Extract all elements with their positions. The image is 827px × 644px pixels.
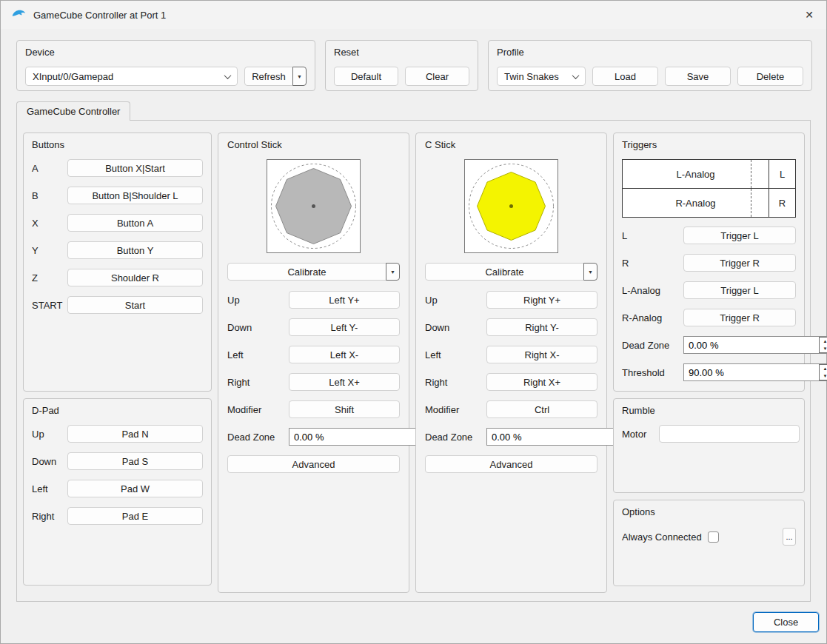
control-stick-advanced-button[interactable]: Advanced xyxy=(227,455,400,473)
refresh-button[interactable]: Refresh xyxy=(244,67,293,86)
triggers-row-l: L Trigger L xyxy=(622,227,796,244)
buttons-a-mapping-button[interactable]: Button X|Start xyxy=(67,159,203,177)
buttons-x-mapping-button[interactable]: Button A xyxy=(67,214,203,232)
always-connected-options-button[interactable]: ... xyxy=(783,528,796,546)
rumble-group-title: Rumble xyxy=(622,405,796,416)
triggers-r-analog-label: R-Analog xyxy=(622,312,683,323)
device-group: Device XInput/0/Gamepad Refresh ▼ xyxy=(16,40,315,91)
buttons-row-x: X Button A xyxy=(32,214,203,232)
c-stick-row-right: Right Right X+ xyxy=(425,373,597,391)
triggers-threshold-input[interactable] xyxy=(684,367,819,378)
save-button[interactable]: Save xyxy=(665,67,731,86)
c-stick-up-mapping-button[interactable]: Right Y+ xyxy=(486,291,597,309)
default-button[interactable]: Default xyxy=(334,67,398,86)
c-stick-calibrate-dropdown-button[interactable]: ▼ xyxy=(583,263,597,281)
triggers-deadzone-label: Dead Zone xyxy=(622,340,683,351)
control-stick-calibrate-split: Calibrate ▼ xyxy=(227,263,400,282)
control-stick-modifier-mapping-button[interactable]: Shift xyxy=(289,400,400,418)
control-stick-calibrate-dropdown-button[interactable]: ▼ xyxy=(386,263,400,281)
dpad-up-mapping-button[interactable]: Pad N xyxy=(67,425,203,443)
dpad-left-mapping-button[interactable]: Pad W xyxy=(67,480,203,497)
c-stick-left-mapping-button[interactable]: Right X- xyxy=(486,346,597,363)
clear-button[interactable]: Clear xyxy=(405,67,469,86)
c-stick-deadzone-input[interactable] xyxy=(487,432,622,443)
reset-group-title: Reset xyxy=(334,47,469,58)
c-stick-down-label: Down xyxy=(425,322,486,333)
c-stick-down-mapping-button[interactable]: Right Y- xyxy=(486,318,597,336)
buttons-z-mapping-button[interactable]: Shoulder R xyxy=(67,269,203,286)
control-stick-up-mapping-button[interactable]: Left Y+ xyxy=(289,291,400,309)
dpad-left-label: Left xyxy=(32,483,67,494)
c-stick-modifier-mapping-button[interactable]: Ctrl xyxy=(486,400,597,418)
window-close-button[interactable]: ✕ xyxy=(792,1,826,29)
control-stick-row-left: Left Left X- xyxy=(227,346,400,363)
c-stick-calibrate-button[interactable]: Calibrate xyxy=(425,263,584,281)
refresh-dropdown-button[interactable]: ▼ xyxy=(292,67,307,86)
close-button[interactable]: Close xyxy=(753,612,819,632)
control-stick-group-title: Control Stick xyxy=(227,139,400,150)
c-stick-calibrate-split: Calibrate ▼ xyxy=(425,263,597,282)
refresh-split-button: Refresh ▼ xyxy=(244,67,307,86)
buttons-y-mapping-button[interactable]: Button Y xyxy=(67,241,203,259)
reset-group: Reset Default Clear xyxy=(325,40,478,91)
control-stick-deadzone-label: Dead Zone xyxy=(227,432,289,443)
buttons-row-z: Z Shoulder R xyxy=(32,269,203,286)
tab-gamecube-controller[interactable]: GameCube Controller xyxy=(16,101,130,121)
close-icon: ✕ xyxy=(805,9,814,21)
c-stick-advanced-button[interactable]: Advanced xyxy=(425,455,597,473)
dpad-down-mapping-button[interactable]: Pad S xyxy=(67,452,203,470)
spin-up-icon[interactable]: ▲ xyxy=(820,338,827,345)
dpad-row-up: Up Pad N xyxy=(32,425,203,443)
control-stick-left-label: Left xyxy=(227,349,289,360)
triggers-deadzone-spin-buttons: ▲ ▼ xyxy=(819,337,827,353)
trigger-l-analog-bar: L-Analog xyxy=(623,160,769,188)
rumble-motor-input[interactable] xyxy=(659,425,800,443)
load-button[interactable]: Load xyxy=(592,67,658,86)
trigger-r-analog-bar-label: R-Analog xyxy=(675,198,715,209)
delete-button[interactable]: Delete xyxy=(737,67,803,86)
triggers-r-analog-mapping-button[interactable]: Trigger R xyxy=(683,309,796,326)
trigger-r-digital-cell: R xyxy=(769,189,795,217)
device-select[interactable]: XInput/0/Gamepad xyxy=(25,67,238,86)
dolphin-logo-icon xyxy=(11,7,26,22)
control-stick-down-mapping-button[interactable]: Left Y- xyxy=(289,318,400,336)
triggers-l-label: L xyxy=(622,230,683,241)
triggers-r-mapping-button[interactable]: Trigger R xyxy=(683,254,796,272)
always-connected-label: Always Connected xyxy=(622,531,702,543)
control-stick-right-mapping-button[interactable]: Left X+ xyxy=(289,373,400,391)
c-stick-group: C Stick Calibrate ▼ Up Right Y+ xyxy=(415,133,607,593)
options-group: Options Always Connected ... xyxy=(613,500,805,586)
always-connected-checkbox[interactable] xyxy=(708,531,719,543)
dpad-right-mapping-button[interactable]: Pad E xyxy=(67,507,203,525)
control-stick-row-up: Up Left Y+ xyxy=(227,291,400,309)
buttons-b-mapping-button[interactable]: Button B|Shoulder L xyxy=(67,187,203,204)
c-stick-row-left: Left Right X- xyxy=(425,346,597,363)
tab-pane: Buttons A Button X|Start B Button B|Shou… xyxy=(16,120,811,602)
spin-up-icon[interactable]: ▲ xyxy=(820,365,827,372)
device-select-value: XInput/0/Gamepad xyxy=(33,71,113,82)
triggers-l-analog-mapping-button[interactable]: Trigger L xyxy=(683,281,796,299)
buttons-y-label: Y xyxy=(32,245,67,256)
buttons-a-label: A xyxy=(32,163,67,174)
top-row: Device XInput/0/Gamepad Refresh ▼ Reset … xyxy=(16,40,812,91)
profile-select[interactable]: Twin Snakes xyxy=(497,67,586,86)
c-stick-right-mapping-button[interactable]: Right X+ xyxy=(486,373,597,391)
spin-down-icon[interactable]: ▼ xyxy=(820,345,827,352)
triggers-threshold-label: Threshold xyxy=(622,367,683,378)
window-title: GameCube Controller at Port 1 xyxy=(33,10,166,21)
control-stick-deadzone-input[interactable] xyxy=(289,432,424,443)
triggers-deadzone-input[interactable] xyxy=(684,340,819,351)
control-stick-row-down: Down Left Y- xyxy=(227,318,400,336)
ellipsis-icon: ... xyxy=(786,532,792,541)
control-stick-calibrate-button[interactable]: Calibrate xyxy=(227,263,386,281)
dpad-row-right: Right Pad E xyxy=(32,507,203,525)
spin-down-icon[interactable]: ▼ xyxy=(820,372,827,380)
triggers-l-mapping-button[interactable]: Trigger L xyxy=(683,227,796,244)
threshold-line xyxy=(751,189,751,217)
buttons-start-mapping-button[interactable]: Start xyxy=(67,296,203,314)
triggers-deadzone-spinbox: ▲ ▼ xyxy=(683,336,827,354)
control-stick-position-dot xyxy=(312,204,315,208)
triggers-r-label: R xyxy=(622,258,683,269)
control-stick-left-mapping-button[interactable]: Left X- xyxy=(289,346,400,363)
trigger-l-digital-label: L xyxy=(780,169,785,180)
